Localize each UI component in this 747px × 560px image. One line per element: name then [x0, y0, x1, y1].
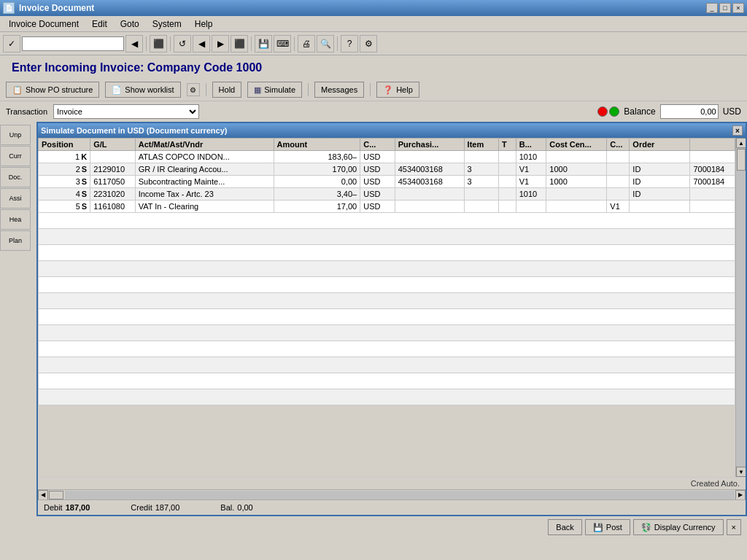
shortcut-button[interactable]: ⌨ — [274, 35, 291, 52]
help-button[interactable]: ? — [341, 35, 358, 52]
credit-field: Credit 187,00 — [131, 503, 179, 512]
scroll-track — [736, 148, 746, 467]
table-row-empty — [39, 293, 735, 309]
prev-button[interactable]: ⬛ — [150, 35, 167, 52]
transaction-select[interactable]: Invoice — [53, 104, 199, 119]
back-nav-button[interactable]: ◀ — [125, 35, 143, 52]
red-light — [597, 106, 608, 117]
transaction-label: Transaction — [6, 107, 47, 116]
menu-help[interactable]: Help — [189, 18, 219, 31]
title-bar-text: Invoice Document — [19, 3, 94, 13]
refresh-button[interactable]: ↺ — [174, 35, 191, 52]
cell-t — [499, 163, 516, 176]
credit-value: 187,00 — [155, 503, 180, 512]
cell-t — [499, 151, 516, 163]
menu-edit[interactable]: Edit — [86, 18, 113, 31]
table-scroll-area[interactable]: Position G/L Act/Mat/Ast/Vndr Amount C..… — [38, 138, 735, 477]
hscroll-right-arrow[interactable]: ▶ — [735, 490, 746, 500]
sidebar-tab-curr[interactable]: Curr — [0, 146, 31, 166]
post-icon: 💾 — [593, 523, 603, 532]
currency-label: USD — [723, 106, 741, 117]
menu-goto[interactable]: Goto — [115, 18, 145, 31]
col-header-order: Order — [630, 139, 690, 151]
page-title: Enter Incoming Invoice: Company Code 100… — [0, 55, 747, 79]
auto-created-label: Created Auto. — [38, 477, 746, 489]
close-button[interactable]: × — [727, 519, 741, 535]
title-bar-controls: _ □ × — [706, 3, 744, 13]
print-button[interactable]: 🖨 — [298, 35, 315, 52]
scroll-thumb[interactable] — [737, 149, 746, 171]
traffic-lights — [597, 106, 619, 117]
cell-acct: GR / IR Clearing Accou... — [135, 163, 274, 176]
debit-field: Debit 187,00 — [44, 503, 90, 512]
cell-t — [499, 201, 516, 213]
hscroll-thumb[interactable] — [49, 491, 63, 499]
po-icon: 📋 — [12, 85, 23, 95]
menu-system[interactable]: System — [147, 18, 187, 31]
show-po-structure-button[interactable]: 📋 Show PO structure — [6, 82, 99, 98]
sidebar-tab-assi[interactable]: Assi — [0, 188, 31, 209]
vertical-scrollbar[interactable]: ▲ ▼ — [735, 138, 746, 477]
cell-amount: 183,60– — [274, 151, 360, 163]
sidebar-tab-hea[interactable]: Hea — [0, 209, 31, 230]
col-header-c: C... — [607, 139, 630, 151]
back-button[interactable]: Back — [548, 519, 581, 535]
cell-c: V1 — [607, 201, 630, 213]
sidebar-tab-plan[interactable]: Plan — [0, 230, 31, 251]
settings-button[interactable]: ⚙ — [360, 35, 377, 52]
minimize-button[interactable]: _ — [706, 3, 718, 13]
worklist-settings-icon[interactable]: ⚙ — [187, 83, 200, 96]
table-row: 5S 1161080 VAT In - Clearing 17,00 USD — [39, 201, 735, 213]
check-button[interactable]: ✓ — [3, 35, 20, 52]
table-row-empty — [39, 277, 735, 293]
close-window-button[interactable]: × — [732, 3, 744, 13]
cell-curr: USD — [360, 163, 395, 176]
worklist-icon: 📄 — [112, 85, 122, 95]
maximize-button[interactable]: □ — [719, 3, 731, 13]
sidebar-tab-unp[interactable]: Unp — [0, 125, 31, 145]
save-button[interactable]: 💾 — [255, 35, 272, 52]
hscroll-left-arrow[interactable]: ◀ — [38, 490, 48, 500]
balance-field: 0,00 — [660, 104, 719, 119]
scroll-up-arrow[interactable]: ▲ — [736, 138, 746, 148]
display-currency-button[interactable]: 💱 Display Currency — [633, 519, 724, 535]
table-row-empty — [39, 341, 735, 357]
messages-button[interactable]: Messages — [314, 82, 364, 98]
cell-acct: Income Tax - Artc. 23 — [135, 188, 274, 201]
debit-value: 187,00 — [66, 503, 90, 512]
help-action-button[interactable]: ❓ Help — [376, 82, 419, 98]
green-light — [609, 106, 619, 117]
col-header-t: T — [499, 139, 516, 151]
cell-b: V1 — [516, 163, 546, 176]
cell-b: 1010 — [516, 151, 546, 163]
nav-button-2[interactable]: ▶ — [212, 35, 229, 52]
hold-button[interactable]: Hold — [212, 82, 242, 98]
left-sidebar: Unp Curr Doc. Assi Hea Plan — [0, 122, 36, 560]
simulate-button[interactable]: ▦ Simulate — [247, 82, 302, 98]
sidebar-tab-doc[interactable]: Doc. — [0, 167, 31, 187]
col-header-item: Item — [464, 139, 498, 151]
title-bar-left: 📄 Invoice Document — [3, 2, 94, 14]
horizontal-scrollbar[interactable]: ◀ ▶ — [38, 489, 746, 499]
scroll-down-arrow[interactable]: ▼ — [736, 467, 746, 477]
cell-po — [395, 151, 464, 163]
separator-2 — [170, 36, 171, 51]
find-button[interactable]: 🔍 — [317, 35, 334, 52]
post-button[interactable]: 💾 Post — [585, 519, 630, 535]
stop-button[interactable]: ⬛ — [231, 35, 248, 52]
cell-pos: 4S — [39, 188, 90, 201]
col-header-curr: C... — [360, 139, 395, 151]
nav-button-1[interactable]: ◀ — [193, 35, 210, 52]
cell-curr: USD — [360, 188, 395, 201]
separator-5 — [337, 36, 338, 51]
cell-b — [516, 201, 546, 213]
show-worklist-button[interactable]: 📄 Show worklist — [105, 82, 180, 98]
menu-invoice-document[interactable]: Invoice Document — [3, 18, 85, 31]
modal-close-button[interactable]: × — [732, 125, 743, 136]
table-row: 3S 6117050 Subcontracting Mainte... 0,00… — [39, 176, 735, 188]
balance-area: Balance 0,00 USD — [597, 104, 741, 119]
command-input[interactable] — [22, 36, 124, 51]
simulate-dialog: Simulate Document in USD (Document curre… — [36, 122, 747, 516]
col-header-extra — [690, 139, 735, 151]
cell-gl: 6117050 — [90, 176, 136, 188]
